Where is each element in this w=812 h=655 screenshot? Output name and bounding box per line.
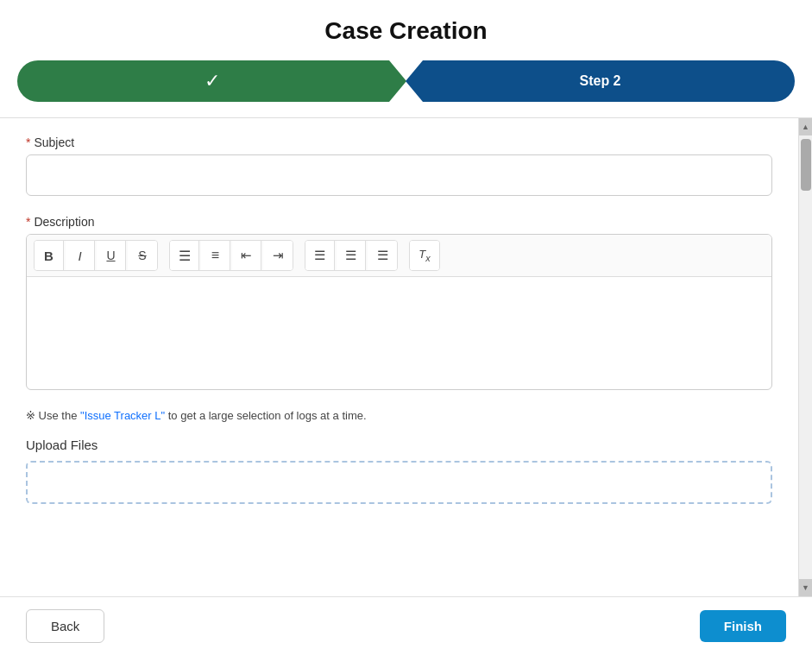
subject-input[interactable] bbox=[26, 154, 772, 196]
list-group: ☰ ≡ ⇤ ⇥ bbox=[169, 240, 293, 271]
step-2-indicator: Step 2 bbox=[406, 60, 795, 102]
list-unordered-button[interactable]: ☰ bbox=[170, 241, 199, 270]
align-right-button[interactable]: ☰ bbox=[368, 241, 397, 270]
subject-label: * Subject bbox=[26, 135, 772, 149]
clear-format-icon: Tx bbox=[419, 248, 430, 263]
underline-button[interactable]: U bbox=[97, 241, 126, 270]
scrollbar-thumb[interactable] bbox=[801, 139, 811, 191]
indent-decrease-icon: ⇤ bbox=[241, 248, 252, 263]
separator-3 bbox=[403, 243, 404, 268]
scrollbar-track: ▲ ▼ bbox=[798, 118, 812, 596]
align-left-button[interactable]: ☰ bbox=[305, 241, 335, 270]
strikethrough-button[interactable]: S bbox=[128, 241, 157, 270]
indent-decrease-button[interactable]: ⇤ bbox=[232, 241, 261, 270]
indent-increase-icon: ⇥ bbox=[273, 248, 284, 263]
footer-bar: Back Finish bbox=[0, 596, 812, 655]
issue-tracker-link[interactable]: "Issue Tracker L" bbox=[80, 409, 165, 422]
step-2-label: Step 2 bbox=[579, 73, 620, 89]
scrollbar-arrow-down[interactable]: ▼ bbox=[799, 579, 812, 596]
underline-icon: U bbox=[106, 249, 115, 262]
list-ordered-button[interactable]: ≡ bbox=[201, 241, 230, 270]
subject-required-star: * bbox=[26, 135, 30, 149]
list-ordered-icon: ≡ bbox=[211, 248, 219, 263]
finish-button[interactable]: Finish bbox=[700, 610, 786, 642]
align-center-button[interactable]: ☰ bbox=[337, 241, 366, 270]
clear-format-button[interactable]: Tx bbox=[410, 241, 439, 270]
indent-increase-button[interactable]: ⇥ bbox=[263, 241, 293, 270]
clear-format-group: Tx bbox=[409, 240, 440, 271]
upload-field-group: Upload Files bbox=[26, 438, 772, 504]
separator-1 bbox=[163, 243, 164, 268]
stepper: ✓ Step 2 bbox=[17, 60, 795, 102]
strikethrough-icon: S bbox=[138, 249, 146, 262]
separator-2 bbox=[299, 243, 299, 268]
description-editor: B I U S bbox=[26, 234, 772, 390]
bold-icon: B bbox=[44, 249, 54, 263]
subject-field-group: * Subject bbox=[26, 135, 772, 196]
italic-icon: I bbox=[78, 249, 81, 263]
step-1-check-icon: ✓ bbox=[205, 70, 220, 92]
description-field-group: * Description B I U bbox=[26, 215, 772, 390]
description-required-star: * bbox=[26, 215, 30, 229]
list-unordered-icon: ☰ bbox=[179, 248, 191, 264]
page-title: Case Creation bbox=[0, 0, 812, 60]
align-center-icon: ☰ bbox=[345, 248, 356, 263]
content-area: * Subject * Description B bbox=[0, 118, 812, 596]
align-group: ☰ ☰ ☰ bbox=[305, 240, 398, 271]
scrollbar-arrow-up[interactable]: ▲ bbox=[799, 118, 812, 135]
italic-button[interactable]: I bbox=[66, 241, 95, 270]
hint-text: ※ Use the "Issue Tracker L" to get a lar… bbox=[26, 409, 772, 422]
align-right-icon: ☰ bbox=[377, 248, 388, 263]
description-label: * Description bbox=[26, 215, 772, 229]
back-button[interactable]: Back bbox=[26, 609, 104, 643]
editor-toolbar: B I U S bbox=[27, 235, 771, 277]
upload-area[interactable] bbox=[26, 461, 772, 504]
format-group: B I U S bbox=[34, 240, 158, 271]
description-textarea[interactable] bbox=[27, 277, 771, 389]
form-container: * Subject * Description B bbox=[0, 118, 798, 596]
bold-button[interactable]: B bbox=[35, 241, 64, 270]
align-left-icon: ☰ bbox=[314, 248, 325, 263]
step-1-indicator: ✓ bbox=[17, 60, 406, 102]
upload-label: Upload Files bbox=[26, 438, 772, 452]
